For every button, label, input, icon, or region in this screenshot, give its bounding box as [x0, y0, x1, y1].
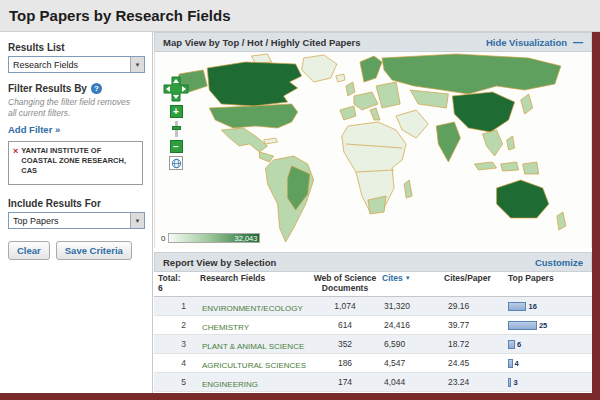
report-header: Report View by Selection Customize — [154, 252, 592, 272]
top-papers-bar-cell: 16 — [508, 302, 592, 311]
col-research-fields: Research Fields — [200, 274, 308, 284]
row-cites: 4,044 — [382, 377, 444, 387]
legend-max-label: 32,043 — [235, 234, 258, 243]
row-cites: 24,416 — [382, 320, 444, 330]
save-criteria-button[interactable]: Save Criteria — [56, 241, 132, 260]
app-window: Top Papers by Research Fields Results Li… — [0, 0, 600, 400]
col-documents: Web of Science Documents — [308, 274, 382, 294]
window-edge-bottom — [0, 393, 600, 400]
filter-tag-box: × YANTAI INSTITUTE OF COASTAL ZONE RESEA… — [8, 141, 143, 185]
include-results-select[interactable]: Top Papers ▼ — [8, 212, 145, 229]
pan-control[interactable] — [163, 76, 189, 102]
customize-link[interactable]: Customize — [535, 257, 583, 268]
zoom-slider-handle[interactable] — [172, 126, 181, 130]
map-legend: 0 32,043 — [161, 233, 260, 243]
report-table: Total: 6 Research Fields Web of Science … — [154, 272, 592, 400]
results-list-select[interactable]: Research Fields ▼ — [8, 56, 145, 73]
top-papers-bar — [508, 302, 526, 311]
row-documents: 174 — [308, 377, 382, 387]
minimize-icon[interactable]: — — [573, 37, 583, 48]
table-row: 5 ENGINEERING 174 4,044 23.24 3 — [154, 373, 592, 392]
report-title: Report View by Selection — [163, 257, 276, 268]
row-cites-per-paper: 39.77 — [444, 320, 508, 330]
row-cites-per-paper: 23.24 — [444, 377, 508, 387]
zoom-in-button[interactable]: + — [170, 105, 183, 118]
row-cites: 6,590 — [382, 339, 444, 349]
report-section: Report View by Selection Customize Total… — [154, 252, 592, 400]
page-title: Top Papers by Research Fields — [9, 7, 230, 24]
row-rank: 2 — [154, 320, 200, 330]
row-cites-per-paper: 18.72 — [444, 339, 508, 349]
total-header: Total: 6 — [154, 274, 200, 294]
table-row: 4 AGRICULTURAL SCIENCES 186 4,547 24.45 … — [154, 354, 592, 373]
col-cites-sort[interactable]: Cites ▼ — [382, 274, 444, 284]
window-edge-right — [592, 32, 600, 400]
row-documents: 352 — [308, 339, 382, 349]
results-list-label: Results List — [8, 42, 144, 53]
top-papers-bar — [508, 359, 513, 368]
table-row: 1 ENVIRONMENT/ECOLOGY 1,074 31,320 29.16… — [154, 297, 592, 316]
world-map-svg[interactable] — [155, 52, 591, 248]
top-papers-value: 4 — [515, 359, 519, 368]
top-papers-value: 3 — [513, 378, 517, 387]
top-papers-value: 16 — [528, 302, 536, 311]
row-cites-per-paper: 24.45 — [444, 358, 508, 368]
include-results-label: Include Results For — [8, 198, 144, 209]
top-papers-bar-cell: 4 — [508, 359, 592, 368]
zoom-out-button[interactable]: − — [170, 140, 183, 153]
col-cites-per-paper: Cites/Paper — [444, 274, 508, 284]
row-rank: 5 — [154, 377, 200, 387]
top-papers-value: 6 — [517, 340, 521, 349]
row-rank: 1 — [154, 301, 200, 311]
page-header: Top Papers by Research Fields — [0, 0, 600, 32]
row-documents: 186 — [308, 358, 382, 368]
sidebar: Results List Research Fields ▼ Filter Re… — [0, 32, 153, 393]
add-filter-link[interactable]: Add Filter » — [8, 124, 60, 135]
include-results-value: Top Papers — [9, 216, 59, 226]
results-list-value: Research Fields — [9, 60, 78, 70]
row-rank: 4 — [154, 358, 200, 368]
legend-gradient: 32,043 — [168, 233, 260, 243]
help-icon[interactable]: ? — [91, 83, 102, 94]
top-papers-bar-cell: 6 — [508, 340, 592, 349]
filter-tag: × YANTAI INSTITUTE OF COASTAL ZONE RESEA… — [13, 146, 138, 175]
field-link[interactable]: ENVIRONMENT/ECOLOGY — [202, 304, 303, 313]
top-papers-bar-cell: 3 — [508, 378, 592, 387]
clear-button[interactable]: Clear — [8, 241, 50, 260]
remove-filter-icon[interactable]: × — [13, 146, 18, 175]
row-documents: 614 — [308, 320, 382, 330]
map-panel-header: Map View by Top / Hot / Highly Cited Pap… — [154, 32, 592, 52]
world-map[interactable]: + − 0 32,043 — [154, 52, 592, 248]
row-cites-per-paper: 29.16 — [444, 301, 508, 311]
field-link[interactable]: PLANT & ANIMAL SCIENCE — [202, 342, 304, 351]
table-row: 3 PLANT & ANIMAL SCIENCE 352 6,590 18.72… — [154, 335, 592, 354]
chevron-down-icon: ▼ — [130, 213, 144, 228]
globe-icon[interactable] — [169, 156, 183, 170]
field-link[interactable]: AGRICULTURAL SCIENCES — [202, 361, 306, 370]
top-papers-bar — [508, 321, 537, 330]
filter-by-label: Filter Results By — [8, 83, 87, 94]
table-row: 2 CHEMISTRY 614 24,416 39.77 25 — [154, 316, 592, 335]
top-papers-bar-cell: 25 — [508, 321, 592, 330]
row-cites: 4,547 — [382, 358, 444, 368]
row-rank: 3 — [154, 339, 200, 349]
top-papers-bar — [508, 378, 511, 387]
table-header-row: Total: 6 Research Fields Web of Science … — [154, 272, 592, 297]
chevron-down-icon: ▼ — [130, 57, 144, 72]
top-papers-value: 25 — [539, 321, 547, 330]
field-link[interactable]: ENGINEERING — [202, 380, 258, 389]
field-link[interactable]: CHEMISTRY — [202, 323, 249, 332]
filter-note: Changing the filter field removes all cu… — [8, 97, 140, 118]
filter-tag-label: YANTAI INSTITUTE OF COASTAL ZONE RESEARC… — [21, 146, 138, 175]
legend-min-label: 0 — [161, 234, 165, 243]
top-papers-bar — [508, 340, 515, 349]
zoom-slider[interactable] — [175, 121, 178, 137]
sort-desc-icon: ▼ — [405, 275, 411, 282]
hide-visualization-link[interactable]: Hide Visualization — [486, 37, 567, 48]
main-content: Map View by Top / Hot / Highly Cited Pap… — [154, 32, 592, 393]
row-documents: 1,074 — [308, 301, 382, 311]
map-controls: + − — [163, 76, 189, 170]
map-panel-title: Map View by Top / Hot / Highly Cited Pap… — [163, 37, 361, 48]
row-cites: 31,320 — [382, 301, 444, 311]
col-top-papers: Top Papers — [508, 274, 592, 284]
